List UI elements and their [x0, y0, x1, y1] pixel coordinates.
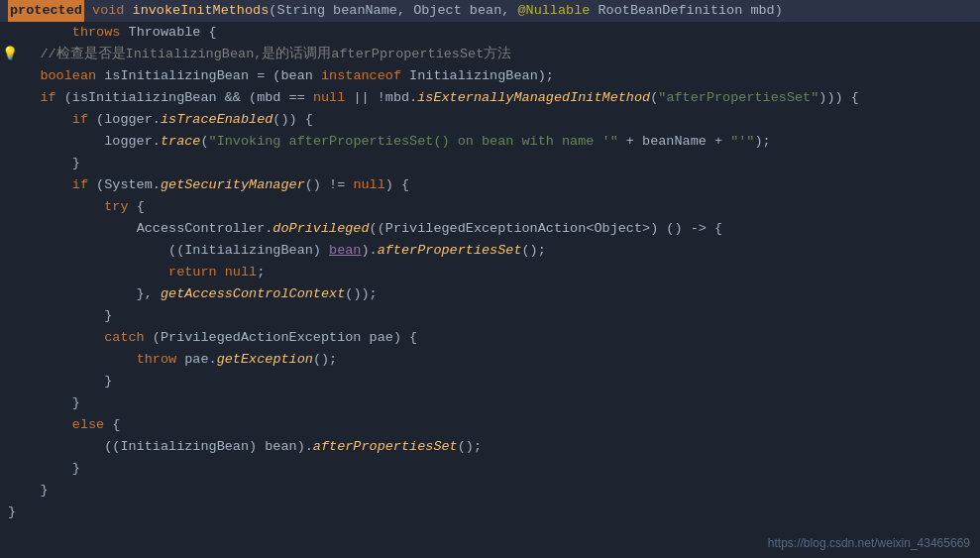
code-line-21: ((InitializingBean) bean).afterPropertie… [0, 436, 980, 458]
code-line-9: if (System.getSecurityManager() != null)… [0, 174, 980, 196]
code-line-17: throw pae.getException(); [0, 349, 980, 371]
bulb-icon: 💡 [2, 44, 18, 65]
code-editor: protected void invokeInitMethods(String … [0, 0, 980, 558]
code-line-5: if (isInitializingBean && (mbd == null |… [0, 87, 980, 109]
code-line-19: } [0, 392, 980, 414]
code-line-4: boolean isInitializingBean = (bean insta… [0, 65, 980, 87]
code-line-23: } [0, 480, 980, 502]
code-line-7: logger.trace("Invoking afterPropertiesSe… [0, 131, 980, 153]
code-line-3: 💡 //检查是否是InitializingBean,是的话调用afterPpro… [0, 44, 980, 65]
code-line-13: return null; [0, 262, 980, 283]
code-line-11: AccessController.doPrivileged((Privilege… [0, 218, 980, 240]
code-line-16: catch (PrivilegedActionException pae) { [0, 327, 980, 349]
code-line-2: throws Throwable { [0, 22, 980, 44]
code-line-8: } [0, 153, 980, 174]
code-line-14: }, getAccessControlContext()); [0, 283, 980, 305]
keyword-protected: protected [8, 0, 84, 22]
code-line-18: } [0, 371, 980, 392]
code-line-10: try { [0, 196, 980, 218]
code-line-1: protected void invokeInitMethods(String … [0, 0, 980, 22]
code-line-12: ((InitializingBean) bean).afterPropertie… [0, 240, 980, 262]
watermark: https://blog.csdn.net/weixin_43465669 [768, 536, 970, 550]
code-line-15: } [0, 305, 980, 327]
code-line-24: } [0, 502, 980, 523]
code-line-22: } [0, 458, 980, 480]
code-line-6: if (logger.isTraceEnabled()) { [0, 109, 980, 131]
code-line-20: else { [0, 414, 980, 436]
